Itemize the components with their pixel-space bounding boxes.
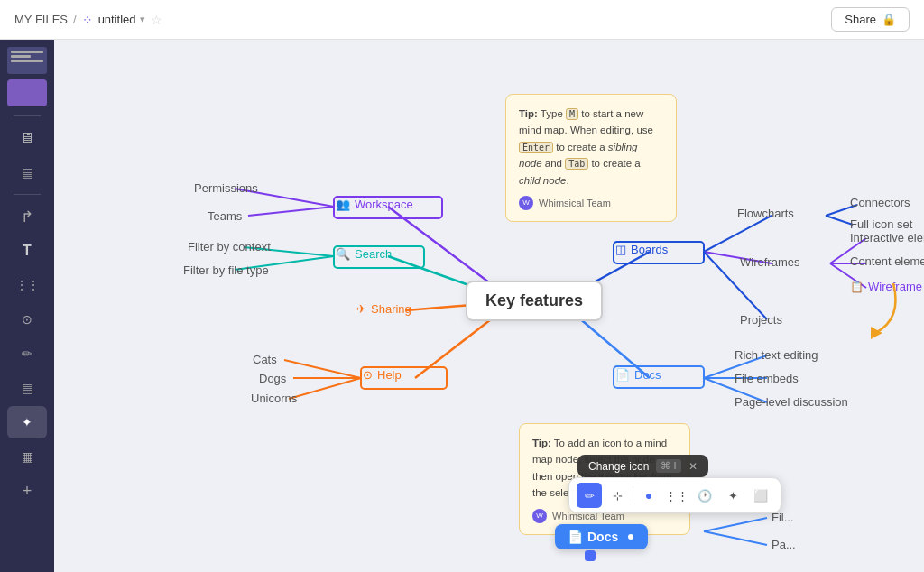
docs-zoomed-node[interactable]: 📄 Docs <box>555 524 648 549</box>
search-label: Search <box>355 247 392 261</box>
sidebar-divider <box>14 194 41 195</box>
sidebar-item-layers[interactable]: ▤ <box>7 156 47 189</box>
flowcharts-node[interactable]: Flowcharts <box>737 207 794 220</box>
sidebar-item-text[interactable]: T <box>7 235 47 267</box>
permissions-node[interactable]: Permissions <box>194 181 258 195</box>
sidebar-item-link[interactable]: ⊙ <box>7 303 47 336</box>
svg-line-7 <box>704 531 767 545</box>
full-icon-set-node[interactable]: Full icon set <box>850 217 912 231</box>
search-icon: 🔍 <box>336 247 350 261</box>
help-icon: ⊙ <box>363 368 373 382</box>
whimsical-logo-1: W <box>519 196 533 210</box>
app-body: 🖥 ▤ ↱ T ⋮⋮ ⊙ ✏ ▤ ✦ ▦ + <box>0 40 924 572</box>
sidebar-item-grid[interactable]: ⋮⋮ <box>7 269 47 301</box>
workspace-icon: 👥 <box>336 198 350 211</box>
sharing-label: Sharing <box>371 302 411 316</box>
file-embeds-node[interactable]: File embeds <box>735 372 799 385</box>
sidebar-item-monitor[interactable]: 🖥 <box>7 122 47 154</box>
star-icon[interactable]: ☆ <box>151 13 162 27</box>
sidebar-card[interactable] <box>7 79 47 106</box>
wireframe-parts-label: Wireframe Parts Kit <box>868 280 924 293</box>
unicorns-node[interactable]: Unicorns <box>251 392 297 405</box>
sidebar: 🖥 ▤ ↱ T ⋮⋮ ⊙ ✏ ▤ ✦ ▦ + <box>0 40 54 572</box>
file-name-text[interactable]: untitled <box>98 13 136 26</box>
search-node[interactable]: 🔍 Search <box>336 247 392 261</box>
svg-text:Pa...: Pa... <box>772 538 796 551</box>
tool-circle-button[interactable]: ● <box>636 483 661 508</box>
thumbnail-line <box>11 55 31 58</box>
tip1-text: Tip: Type M to start a new mind map. Whe… <box>519 106 663 189</box>
tip1-team: Whimsical Team <box>539 196 611 211</box>
lock-icon: 🔒 <box>882 13 896 26</box>
sidebar-item-table[interactable]: ▦ <box>7 440 47 473</box>
sidebar-item-add[interactable]: + <box>7 475 47 507</box>
docs-node-handle[interactable] <box>626 532 635 541</box>
filter-context-node[interactable]: Filter by context <box>188 240 271 254</box>
whimsical-logo-2: W <box>532 509 547 523</box>
help-node[interactable]: ⊙ Help <box>363 368 402 382</box>
projects-node[interactable]: Projects <box>740 313 782 327</box>
tip1-footer: W Whimsical Team <box>519 196 663 211</box>
share-label: Share <box>845 13 876 26</box>
icon-picker-toolbar: ✏ ⊹ ● ⋮⋮ 🕐 ✦ ⬜ <box>568 477 781 513</box>
teams-node[interactable]: Teams <box>208 209 242 223</box>
sidebar-divider <box>14 115 41 116</box>
docs-label: Docs <box>634 368 661 382</box>
content-elements-node[interactable]: Content elements <box>850 254 924 268</box>
center-node[interactable]: Key features <box>466 281 603 321</box>
cats-node[interactable]: Cats <box>253 353 277 366</box>
connectors-node[interactable]: Connectors <box>850 196 910 209</box>
change-icon-label: Change icon <box>588 460 649 473</box>
docs-zoomed-icon: 📄 <box>568 530 583 544</box>
breadcrumb: MY FILES / ⁘ untitled ▾ ☆ <box>14 13 162 27</box>
keyboard-shortcut: ⌘ I <box>656 459 680 473</box>
wireframe-parts-kit-node[interactable]: 📋 Wireframe Parts Kit <box>850 280 924 293</box>
docs-zoomed-label: Docs <box>587 530 618 544</box>
thumbnail-line <box>11 51 43 53</box>
svg-marker-5 <box>871 327 882 339</box>
tool-more-button[interactable]: ⬜ <box>748 483 773 508</box>
tool-grid-button[interactable]: ⋮⋮ <box>664 483 689 508</box>
page-level-discussion-node[interactable]: Page-level discussion <box>735 395 848 409</box>
docs-bottom-handle <box>585 550 596 561</box>
workspace-label: Workspace <box>355 198 413 211</box>
filter-filetype-node[interactable]: Filter by file type <box>183 263 269 277</box>
boards-node[interactable]: ◫ Boards <box>615 243 668 256</box>
tool-clock-button[interactable]: 🕐 <box>692 483 717 508</box>
my-files-link[interactable]: MY FILES <box>14 13 68 26</box>
header: MY FILES / ⁘ untitled ▾ ☆ Share 🔒 <box>0 0 924 40</box>
wireframes-node[interactable]: Wireframes <box>740 255 799 269</box>
share-button[interactable]: Share 🔒 <box>831 7 910 32</box>
help-label: Help <box>377 368 402 382</box>
popup-close-icon[interactable]: ✕ <box>688 460 698 473</box>
chevron-down-icon[interactable]: ▾ <box>140 14 145 25</box>
tip-box-1: Tip: Type M to start a new mind map. Whe… <box>505 94 677 222</box>
file-title: untitled ▾ <box>98 13 145 26</box>
sidebar-item-arrow[interactable]: ↱ <box>7 200 47 233</box>
docs-node[interactable]: 📄 Docs <box>615 368 661 382</box>
rich-text-node[interactable]: Rich text editing <box>735 348 818 362</box>
thumbnail-line <box>11 60 43 62</box>
sidebar-item-sparkle[interactable]: ✦ <box>7 406 47 438</box>
boards-icon: ◫ <box>615 243 626 256</box>
sharing-node[interactable]: ✈ Sharing <box>356 302 411 316</box>
wireframe-icon: 📋 <box>850 281 864 293</box>
sidebar-item-database[interactable]: ▤ <box>7 372 47 404</box>
svg-line-6 <box>704 518 767 531</box>
boards-label: Boards <box>631 243 668 256</box>
interactive-elements-node[interactable]: Interactive elements <box>850 231 924 244</box>
dogs-node[interactable]: Dogs <box>259 372 286 385</box>
tool-crop-button[interactable]: ⊹ <box>605 483 630 508</box>
sidebar-item-pen[interactable]: ✏ <box>7 337 47 370</box>
workspace-node[interactable]: 👥 Workspace <box>336 198 413 211</box>
whimsical-icon: ⁘ <box>82 13 93 27</box>
tool-sparkle-button[interactable]: ✦ <box>720 483 745 508</box>
docs-icon: 📄 <box>615 368 630 382</box>
change-icon-popup: Change icon ⌘ I ✕ <box>578 455 708 477</box>
breadcrumb-sep: / <box>73 13 77 26</box>
canvas[interactable]: Tip: Type M to start a new mind map. Whe… <box>54 40 924 572</box>
tool-pen-button[interactable]: ✏ <box>577 483 602 508</box>
sharing-icon: ✈ <box>356 302 366 316</box>
toolbar-divider <box>633 486 633 504</box>
sidebar-thumbnail[interactable] <box>7 47 47 74</box>
